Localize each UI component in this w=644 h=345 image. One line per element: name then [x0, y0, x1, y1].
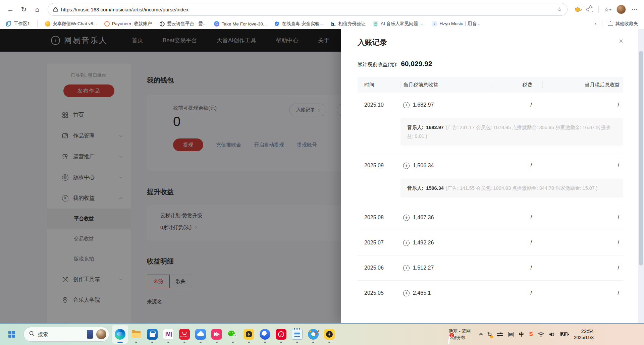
power-tool-app-icon[interactable]	[321, 325, 337, 344]
vertical-scrollbar[interactable]	[638, 29, 644, 323]
expand-toggle-icon[interactable]: +	[403, 163, 410, 169]
m-tray-icon[interactable]: M	[508, 332, 514, 337]
expand-toggle-icon[interactable]: +	[403, 290, 410, 296]
taskbar-clock[interactable]: 22:54 2025/11/8	[574, 328, 594, 341]
flash-photo-app-icon[interactable]	[241, 325, 257, 344]
bookmark-item[interactable]: 爱云诪售平台 - 爱...	[159, 21, 207, 27]
row-tax: /	[492, 102, 543, 108]
bookmark-item[interactable]: @ AI 音乐人常见问题 -...	[373, 21, 425, 27]
bookmark-item[interactable]: ♪ Hzyo Music丨用音...	[432, 21, 480, 27]
total-income-label: 累计税前收益(元):	[358, 61, 397, 68]
close-icon[interactable]: ×	[619, 38, 623, 45]
wifi-icon[interactable]	[538, 332, 544, 337]
battery-icon[interactable]	[560, 332, 568, 336]
workspace-label: 工作区1	[14, 21, 30, 27]
bookmarks-divider	[37, 20, 38, 27]
table-row: 2025.06 +1,512.27 / /	[358, 255, 623, 280]
folder-icon	[608, 22, 613, 26]
microsoft-store-icon[interactable]	[144, 325, 160, 344]
back-icon[interactable]: ←	[5, 4, 16, 15]
taskbar-search[interactable]: 搜索	[23, 327, 109, 342]
row-posttax: /	[543, 102, 623, 108]
cloud-app-icon[interactable]	[193, 325, 209, 344]
bookmark-item[interactable]: 安卓微信WeChat v8...	[45, 21, 97, 27]
wechat-favicon-icon	[45, 21, 50, 26]
quark-browser-icon[interactable]	[257, 325, 273, 344]
wechat-icon[interactable]	[225, 325, 241, 344]
url-text[interactable]: https://music.163.com/musician/artist/in…	[61, 7, 553, 12]
shield-favicon-icon	[274, 21, 279, 26]
refresh-icon[interactable]: ↻	[18, 4, 30, 15]
video-app-icon[interactable]	[209, 325, 225, 344]
toolbar-divider	[598, 6, 599, 13]
settings-sliders-icon[interactable]	[497, 332, 503, 337]
favorites-bar-icon[interactable]: ☆≡	[604, 6, 611, 13]
bookmark-item[interactable]: 在线查毒-安全实验...	[274, 21, 323, 27]
sports-widget[interactable]: 2 活塞 - 篮网 比赛分数	[445, 328, 471, 341]
scrollbar-thumb[interactable]	[639, 51, 643, 266]
workspace-icon	[6, 21, 11, 26]
sync-icon[interactable]: ↻	[487, 331, 492, 338]
home-icon[interactable]: ⌂	[32, 4, 43, 15]
row-date: 2025.05	[358, 290, 400, 296]
address-bar[interactable]: https://music.163.com/musician/artist/in…	[48, 3, 568, 16]
expand-toggle-icon[interactable]: +	[403, 265, 410, 271]
row-detail-breakdown: 音乐人:1682.97(广告: 231.17 会员包: 1078.95 点播激励…	[400, 118, 623, 146]
row-pretax: 1,467.36	[413, 215, 434, 221]
start-button[interactable]	[4, 327, 19, 342]
bookmarks-bar: 工作区1 安卓微信WeChat v8... Payoneer: 收款账户 爱云诪…	[0, 19, 644, 29]
search-placeholder: 搜索	[38, 331, 84, 338]
m-app-icon[interactable]: M	[160, 325, 176, 344]
panel-title: 入账记录	[358, 38, 387, 48]
search-highlight-thumbnail	[87, 330, 93, 339]
edge-browser-icon[interactable]	[112, 325, 128, 344]
sogou-icon[interactable]: S	[529, 331, 533, 338]
table-row: 2025.07 +1,492.26 / /	[358, 230, 623, 255]
row-pretax: 2,465.1	[413, 290, 431, 296]
table-row: 2025.08 +1,467.36 / /	[358, 205, 623, 230]
bookmark-item[interactable]: b. 相信身份验证	[331, 21, 366, 27]
row-posttax: /	[543, 265, 623, 271]
col-posttax: 当月税后总收益	[543, 81, 623, 88]
bookmark-item[interactable]: C Take Me For love-30...	[214, 21, 267, 26]
row-posttax: /	[543, 215, 623, 221]
c-favicon-icon: C	[214, 21, 219, 26]
bookmarks-overflow-chevron-icon[interactable]: ›	[595, 21, 597, 26]
search-icon	[29, 331, 35, 338]
add-favorite-star-icon[interactable]: ☆	[557, 6, 562, 13]
volume-icon[interactable]	[549, 332, 555, 337]
browser-extension-icon[interactable]	[588, 7, 593, 12]
bookmark-item[interactable]: Payoneer: 收款账户	[104, 21, 152, 27]
hidden-icons-chevron-icon[interactable]	[480, 332, 482, 336]
netease-music-icon[interactable]: ♪	[273, 325, 289, 344]
file-explorer-icon[interactable]	[128, 325, 144, 344]
row-posttax: /	[543, 290, 623, 296]
other-favorites-button[interactable]: 其他收藏夹	[608, 21, 638, 27]
total-income-value: 60,029.92	[401, 60, 432, 68]
browser-toolbar: ← ↻ ⌂ https://music.163.com/musician/art…	[0, 0, 644, 19]
system-tray: ↻ M 中 S	[480, 331, 568, 338]
huawei-appgallery-icon[interactable]: HUAWEI	[176, 325, 193, 344]
row-detail-breakdown: 音乐人:1506.34(广告: 141.55 会员包: 1004.93 点播激励…	[400, 179, 623, 197]
cat-extension-icon[interactable]	[574, 6, 582, 13]
browser-menu-icon[interactable]: ⋯	[631, 6, 637, 13]
col-tax: 税费	[492, 81, 543, 88]
time: 22:54	[574, 328, 594, 335]
profile-avatar[interactable]	[616, 5, 626, 14]
notepad-app-icon[interactable]	[289, 325, 305, 344]
income-row-block: 2025.10 +1,682.97 / / 音乐人:1682.97(广告: 23…	[358, 93, 623, 146]
taskbar-apps: M HUAWEI ♪	[112, 325, 337, 344]
expand-toggle-icon[interactable]: +	[403, 240, 410, 246]
panel-header: 入账记录 ×	[358, 38, 623, 48]
ime-indicator[interactable]: 中	[519, 331, 524, 338]
col-pretax: 当月税前总收益	[400, 81, 492, 88]
paint-app-icon[interactable]	[305, 325, 321, 344]
expand-toggle-icon[interactable]: +	[403, 102, 410, 108]
taskbar: 搜索 M HUAWEI ♪ 2 活塞 - 篮网	[0, 324, 644, 345]
row-pretax: 1,492.26	[413, 240, 434, 246]
row-pretax: 1,506.34	[413, 163, 434, 169]
lock-icon[interactable]	[53, 7, 58, 12]
row-date: 2025.10	[358, 102, 400, 108]
workspace-button[interactable]: 工作区1	[6, 21, 30, 27]
expand-toggle-icon[interactable]: +	[403, 215, 410, 221]
